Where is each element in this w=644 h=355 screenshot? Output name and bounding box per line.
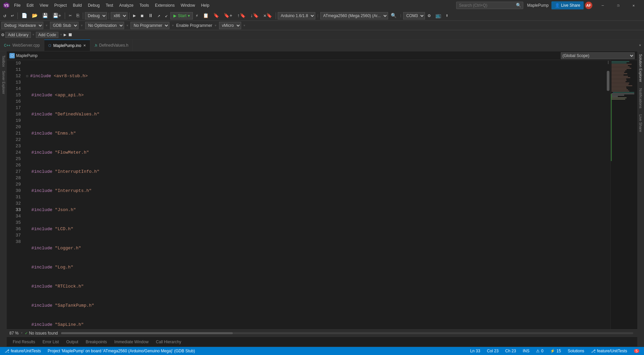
play-code-button[interactable]: ▶	[64, 32, 66, 38]
settings-icon[interactable]: ⚙	[1, 32, 4, 38]
arch-select[interactable]: x86	[111, 12, 127, 19]
micro-select[interactable]: vMicro	[219, 22, 241, 29]
bottom-tab-call-hierarchy[interactable]: Call Hierarchy	[153, 338, 184, 346]
tb-icon-12[interactable]: ✕🔖	[261, 12, 274, 20]
line-35: 35	[7, 219, 21, 226]
tab-webserver[interactable]: C++ WebServer.cpp	[0, 40, 44, 51]
ins-item[interactable]: INS	[521, 347, 531, 355]
tb-icon-6[interactable]: ⚡	[194, 12, 200, 20]
title-bar: VS File Edit View Project Build Debug Te…	[0, 0, 644, 11]
stop-code-button[interactable]: ⏹	[68, 32, 72, 38]
zoom-dropdown[interactable]: ▾	[20, 331, 23, 336]
refresh-button[interactable]: ↺	[1, 12, 8, 20]
horizontal-scrollbar[interactable]	[61, 332, 633, 334]
menu-view[interactable]: View	[37, 2, 51, 8]
tb-icon-10[interactable]: ↑🔖	[235, 12, 248, 20]
tb-icon-1[interactable]: ▶	[131, 12, 138, 20]
solutions-item[interactable]: Solutions	[566, 347, 586, 355]
debug-hardware-select[interactable]: Debug: Hardware	[1, 22, 43, 29]
live-share-panel-label[interactable]: Live Share	[639, 112, 643, 135]
branch-right-item[interactable]: ⎇ feature/UnitTests	[589, 347, 629, 355]
board-version-select[interactable]: Arduino 1.6/1.8	[278, 12, 315, 19]
user-avatar[interactable]: AF	[585, 2, 592, 9]
git-branch-item[interactable]: ⎇ feature/UnitTests	[3, 347, 43, 355]
error-badge-item[interactable]: 5	[632, 347, 641, 355]
tab-definedvalues[interactable]: .h DefinedValues.h	[90, 40, 133, 51]
warnings-item[interactable]: ⚡ 15	[548, 347, 563, 355]
vertical-scrollbar[interactable]	[606, 60, 610, 329]
menu-extensions[interactable]: Extensions	[152, 2, 177, 8]
debug-config-select[interactable]: Debug	[85, 12, 107, 19]
tab-maplepump-close[interactable]: ✕	[83, 44, 86, 47]
gdb-stub-select[interactable]: GDB Stub	[50, 22, 78, 29]
scope-select[interactable]: (Global Scope)	[561, 52, 635, 59]
column-item[interactable]: Col 23	[485, 347, 501, 355]
tb-icon-11[interactable]: ↓🔖	[248, 12, 261, 20]
copy-button[interactable]: ⎘	[74, 12, 81, 20]
undo-button[interactable]: ↩	[9, 12, 15, 20]
menu-file[interactable]: File	[11, 2, 23, 8]
tb-icon-4[interactable]: ↗	[156, 12, 162, 20]
server-explorer-label[interactable]: Server Explorer	[2, 69, 5, 95]
tb-icon-5[interactable]: ↙	[163, 12, 170, 20]
cut-button[interactable]: ✂	[67, 12, 73, 20]
menu-help[interactable]: Help	[198, 2, 212, 8]
board-separator: |	[316, 14, 320, 18]
cursor-position-item[interactable]: Ln 33	[468, 347, 482, 355]
add-library-sep: ▾	[32, 32, 35, 37]
line-11: 11	[7, 66, 21, 73]
search-input[interactable]	[456, 2, 523, 9]
bottom-tab-breakpoints[interactable]: Breakpoints	[82, 338, 110, 346]
port-select[interactable]: COM3	[403, 12, 425, 19]
board-type-select[interactable]: ATmega2560 (Mega 2560) (Ar...	[320, 12, 388, 19]
add-code-button[interactable]: Add Code	[36, 32, 58, 38]
board-separator-2: |	[399, 14, 403, 18]
menu-test[interactable]: Test	[103, 2, 116, 8]
port-settings-icon[interactable]: ⚙	[426, 12, 432, 20]
tb-icon-9[interactable]: 🔖+	[222, 12, 234, 20]
code-editor[interactable]: ⊟#include <avr8-stub.h> #include <app_ap…	[23, 60, 606, 329]
start-button[interactable]: ▶ Start ▾	[170, 12, 193, 19]
ch-item[interactable]: Ch 23	[503, 347, 518, 355]
bottom-tab-find-results[interactable]: Find Results	[9, 338, 39, 346]
menu-debug[interactable]: Debug	[85, 2, 102, 8]
tb-icon-7[interactable]: 📋	[201, 12, 211, 20]
tb-icon-2[interactable]: ◼	[139, 12, 145, 20]
menu-analyze[interactable]: Analyze	[116, 2, 136, 8]
tb-icon-3[interactable]: ⏸	[146, 12, 155, 20]
menu-tools[interactable]: Tools	[137, 2, 152, 8]
menu-build[interactable]: Build	[70, 2, 85, 8]
optimization-select[interactable]: No Optimization	[85, 22, 124, 29]
open-button[interactable]: 📂	[30, 12, 40, 20]
maximize-button[interactable]: ❐	[610, 0, 626, 11]
toolbox-label[interactable]: Toolbox	[2, 54, 5, 68]
tabs-expand-button[interactable]: ▾	[636, 40, 644, 51]
port-monitor-icon[interactable]: 📺	[433, 12, 443, 20]
scrollbar-thumb[interactable]	[607, 71, 609, 91]
board-search-icon[interactable]: 🔍	[389, 12, 398, 20]
add-library-button[interactable]: Add Library	[5, 32, 31, 38]
save-all-button[interactable]: 💾+	[51, 12, 63, 20]
tab-maplepump[interactable]: ⬡ MaplePump.ino ✕	[44, 40, 90, 51]
enable-programmer-button[interactable]: Enable Programmer	[176, 23, 212, 28]
errors-item[interactable]: ⚠ 0	[534, 347, 545, 355]
breadcrumb-filename: MaplePump	[16, 53, 38, 58]
bottom-tab-immediate[interactable]: Immediate Window	[111, 338, 152, 346]
bottom-tab-error-list[interactable]: Error List	[39, 338, 62, 346]
save-button[interactable]: 💾	[40, 12, 50, 20]
programmer-select[interactable]: No Programmer	[130, 22, 169, 29]
menu-project[interactable]: Project	[52, 2, 69, 8]
port-extra-icon[interactable]: ⬆	[444, 12, 450, 20]
minimize-button[interactable]: —	[595, 0, 610, 11]
close-button[interactable]: ✕	[626, 0, 641, 11]
new-file-button[interactable]: 📄	[19, 12, 29, 20]
horizontal-scrollbar-thumb[interactable]	[61, 332, 233, 334]
bottom-tab-output[interactable]: Output	[63, 338, 82, 346]
project-info-item[interactable]: Project 'MaplePump' on board 'ATmega2560…	[46, 347, 197, 355]
menu-window[interactable]: Window	[178, 2, 198, 8]
notifications-label[interactable]: Notifications	[639, 86, 643, 111]
tb-icon-8[interactable]: 🔖	[211, 12, 221, 20]
menu-edit[interactable]: Edit	[24, 2, 36, 8]
solution-explorer-label[interactable]: Solution Explorer	[639, 51, 643, 85]
live-share-button[interactable]: 👤 Live Share	[551, 1, 584, 9]
